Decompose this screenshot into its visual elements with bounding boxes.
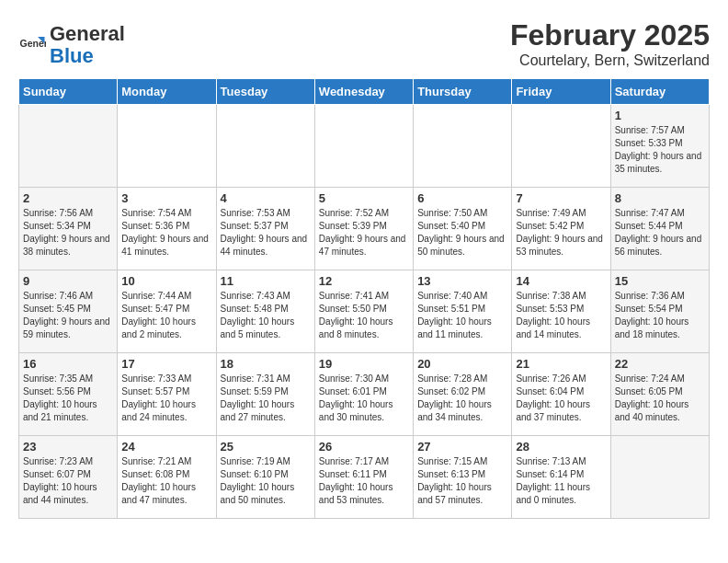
calendar-cell (512, 105, 610, 188)
day-number: 11 (221, 274, 311, 288)
calendar-cell (314, 105, 413, 188)
day-number: 23 (23, 440, 113, 454)
day-info: Sunrise: 7:44 AMSunset: 5:47 PMDaylight:… (121, 290, 211, 341)
day-info: Sunrise: 7:56 AMSunset: 5:34 PMDaylight:… (23, 207, 113, 259)
weekday-header-friday: Friday (512, 79, 610, 105)
calendar-cell: 16Sunrise: 7:35 AMSunset: 5:56 PMDayligh… (19, 353, 118, 436)
weekday-header-wednesday: Wednesday (314, 79, 413, 105)
calendar-cell: 12Sunrise: 7:41 AMSunset: 5:50 PMDayligh… (314, 270, 413, 353)
day-number: 18 (221, 357, 311, 371)
day-info: Sunrise: 7:38 AMSunset: 5:53 PMDaylight:… (516, 290, 606, 341)
weekday-header-row: SundayMondayTuesdayWednesdayThursdayFrid… (19, 79, 710, 105)
day-number: 21 (516, 357, 606, 371)
day-number: 2 (23, 191, 113, 205)
calendar-week-2: 2Sunrise: 7:56 AMSunset: 5:34 PMDaylight… (19, 188, 710, 270)
day-number: 26 (319, 440, 409, 454)
day-info: Sunrise: 7:47 AMSunset: 5:44 PMDaylight:… (615, 207, 705, 259)
calendar-cell: 1Sunrise: 7:57 AMSunset: 5:33 PMDaylight… (610, 105, 709, 188)
calendar-cell: 4Sunrise: 7:53 AMSunset: 5:37 PMDaylight… (216, 188, 314, 270)
calendar-cell: 10Sunrise: 7:44 AMSunset: 5:47 PMDayligh… (118, 270, 216, 353)
day-number: 19 (319, 357, 409, 371)
day-number: 10 (121, 274, 211, 288)
location: Courtelary, Bern, Switzerland (510, 52, 710, 69)
day-number: 28 (516, 440, 606, 454)
calendar-cell: 28Sunrise: 7:13 AMSunset: 6:14 PMDayligh… (512, 436, 610, 519)
day-number: 8 (615, 191, 705, 205)
calendar-cell (414, 105, 512, 188)
calendar-cell: 22Sunrise: 7:24 AMSunset: 6:05 PMDayligh… (610, 353, 709, 436)
logo-icon: General (18, 31, 46, 59)
day-info: Sunrise: 7:13 AMSunset: 6:14 PMDaylight:… (516, 455, 606, 507)
day-info: Sunrise: 7:54 AMSunset: 5:36 PMDaylight:… (121, 207, 211, 259)
calendar-cell: 20Sunrise: 7:28 AMSunset: 6:02 PMDayligh… (414, 353, 512, 436)
day-info: Sunrise: 7:23 AMSunset: 6:07 PMDaylight:… (23, 455, 113, 507)
calendar-week-1: 1Sunrise: 7:57 AMSunset: 5:33 PMDaylight… (19, 105, 710, 188)
day-info: Sunrise: 7:26 AMSunset: 6:04 PMDaylight:… (516, 373, 606, 424)
calendar-cell: 21Sunrise: 7:26 AMSunset: 6:04 PMDayligh… (512, 353, 610, 436)
calendar-cell: 23Sunrise: 7:23 AMSunset: 6:07 PMDayligh… (19, 436, 118, 519)
day-number: 12 (319, 274, 409, 288)
day-number: 9 (23, 274, 113, 288)
day-info: Sunrise: 7:46 AMSunset: 5:45 PMDaylight:… (23, 290, 113, 341)
day-info: Sunrise: 7:35 AMSunset: 5:56 PMDaylight:… (23, 373, 113, 424)
day-info: Sunrise: 7:17 AMSunset: 6:11 PMDaylight:… (319, 455, 409, 507)
day-number: 22 (615, 357, 705, 371)
day-number: 20 (417, 357, 507, 371)
title-section: February 2025 Courtelary, Bern, Switzerl… (510, 18, 710, 69)
logo: General GeneralBlue (18, 23, 125, 67)
calendar-cell: 27Sunrise: 7:15 AMSunset: 6:13 PMDayligh… (414, 436, 512, 519)
header: General GeneralBlue February 2025 Courte… (18, 18, 710, 69)
day-info: Sunrise: 7:24 AMSunset: 6:05 PMDaylight:… (615, 373, 705, 424)
calendar-cell: 26Sunrise: 7:17 AMSunset: 6:11 PMDayligh… (314, 436, 413, 519)
day-info: Sunrise: 7:15 AMSunset: 6:13 PMDaylight:… (417, 455, 507, 507)
day-number: 6 (417, 191, 507, 205)
calendar-cell: 5Sunrise: 7:52 AMSunset: 5:39 PMDaylight… (314, 188, 413, 270)
day-info: Sunrise: 7:57 AMSunset: 5:33 PMDaylight:… (615, 124, 705, 176)
month-year: February 2025 (510, 18, 710, 52)
day-number: 17 (121, 357, 211, 371)
day-number: 16 (23, 357, 113, 371)
day-number: 1 (615, 109, 705, 122)
day-info: Sunrise: 7:28 AMSunset: 6:02 PMDaylight:… (417, 373, 507, 424)
calendar-cell: 3Sunrise: 7:54 AMSunset: 5:36 PMDaylight… (118, 188, 216, 270)
calendar-cell: 25Sunrise: 7:19 AMSunset: 6:10 PMDayligh… (216, 436, 314, 519)
calendar-cell: 6Sunrise: 7:50 AMSunset: 5:40 PMDaylight… (414, 188, 512, 270)
calendar-cell: 24Sunrise: 7:21 AMSunset: 6:08 PMDayligh… (118, 436, 216, 519)
day-info: Sunrise: 7:30 AMSunset: 6:01 PMDaylight:… (319, 373, 409, 424)
day-number: 7 (516, 191, 606, 205)
calendar-cell: 19Sunrise: 7:30 AMSunset: 6:01 PMDayligh… (314, 353, 413, 436)
calendar-cell: 13Sunrise: 7:40 AMSunset: 5:51 PMDayligh… (414, 270, 512, 353)
calendar-cell: 9Sunrise: 7:46 AMSunset: 5:45 PMDaylight… (19, 270, 118, 353)
day-number: 3 (121, 191, 211, 205)
day-number: 13 (417, 274, 507, 288)
day-info: Sunrise: 7:50 AMSunset: 5:40 PMDaylight:… (417, 207, 507, 259)
day-info: Sunrise: 7:40 AMSunset: 5:51 PMDaylight:… (417, 290, 507, 341)
day-number: 25 (221, 440, 311, 454)
weekday-header-monday: Monday (118, 79, 216, 105)
day-info: Sunrise: 7:36 AMSunset: 5:54 PMDaylight:… (615, 290, 705, 341)
day-number: 4 (221, 191, 311, 205)
weekday-header-sunday: Sunday (19, 79, 118, 105)
calendar-cell: 8Sunrise: 7:47 AMSunset: 5:44 PMDaylight… (610, 188, 709, 270)
calendar-week-4: 16Sunrise: 7:35 AMSunset: 5:56 PMDayligh… (19, 353, 710, 436)
calendar-cell: 2Sunrise: 7:56 AMSunset: 5:34 PMDaylight… (19, 188, 118, 270)
day-number: 14 (516, 274, 606, 288)
calendar-cell: 17Sunrise: 7:33 AMSunset: 5:57 PMDayligh… (118, 353, 216, 436)
day-info: Sunrise: 7:41 AMSunset: 5:50 PMDaylight:… (319, 290, 409, 341)
calendar-table: SundayMondayTuesdayWednesdayThursdayFrid… (18, 78, 710, 519)
calendar-week-3: 9Sunrise: 7:46 AMSunset: 5:45 PMDaylight… (19, 270, 710, 353)
weekday-header-saturday: Saturday (610, 79, 709, 105)
calendar-cell: 15Sunrise: 7:36 AMSunset: 5:54 PMDayligh… (610, 270, 709, 353)
logo-text: GeneralBlue (50, 23, 125, 67)
calendar-cell (118, 105, 216, 188)
day-info: Sunrise: 7:49 AMSunset: 5:42 PMDaylight:… (516, 207, 606, 259)
day-info: Sunrise: 7:19 AMSunset: 6:10 PMDaylight:… (221, 455, 311, 507)
weekday-header-tuesday: Tuesday (216, 79, 314, 105)
calendar-week-5: 23Sunrise: 7:23 AMSunset: 6:07 PMDayligh… (19, 436, 710, 519)
calendar-cell (19, 105, 118, 188)
day-number: 15 (615, 274, 705, 288)
calendar-cell (216, 105, 314, 188)
day-info: Sunrise: 7:31 AMSunset: 5:59 PMDaylight:… (221, 373, 311, 424)
day-info: Sunrise: 7:53 AMSunset: 5:37 PMDaylight:… (221, 207, 311, 259)
day-number: 5 (319, 191, 409, 205)
